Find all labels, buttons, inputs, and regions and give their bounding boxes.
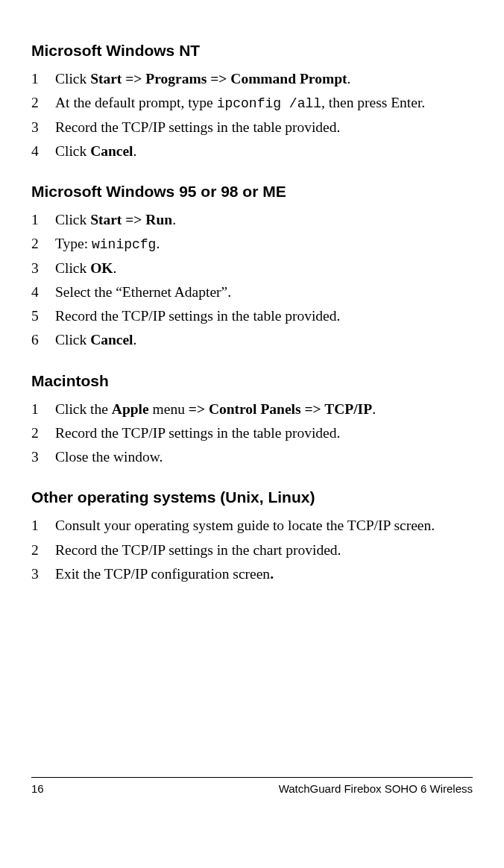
step-number: 3 [31,258,55,279]
list-item: 3Exit the TCP/IP configuration screen. [31,564,473,585]
step-body: Click OK. [55,258,473,279]
steps-list: 1Click Start => Programs => Command Prom… [31,69,473,162]
step-body: Click Cancel. [55,141,473,162]
text-run: Record the TCP/IP settings in the table … [55,425,340,441]
list-item: 1Click the Apple menu => Control Panels … [31,399,473,420]
text-run: Control Panels [205,401,304,417]
step-number: 2 [31,540,55,561]
text-run: . [270,566,274,582]
text-run: Start [90,71,125,87]
text-run: Apple [112,401,149,417]
steps-list: 1Click the Apple menu => Control Panels … [31,399,473,468]
page-content: Microsoft Windows NT1Click Start => Prog… [31,42,473,585]
step-body: Record the TCP/IP settings in the table … [55,306,473,327]
text-run: Record the TCP/IP settings in the table … [55,308,340,324]
step-number: 3 [31,564,55,585]
list-item: 2Type: winipcfg. [31,233,473,254]
step-number: 1 [31,69,55,89]
step-number: 2 [31,233,55,254]
step-body: Consult your operating system guide to l… [55,515,473,536]
step-number: 6 [31,330,55,350]
step-number: 5 [31,306,55,327]
step-number: 4 [31,141,55,162]
text-run: OK [90,260,113,276]
list-item: 3Close the window. [31,447,473,468]
step-body: Close the window. [55,447,473,468]
text-run: winipcfg [92,237,156,252]
list-item: 3Click OK. [31,258,473,279]
text-run: Record the TCP/IP settings in the chart … [55,542,341,558]
text-run: Programs [142,71,210,87]
text-run: Select the “Ethernet Adapter”. [55,284,231,300]
document-page: Microsoft Windows NT1Click Start => Prog… [0,0,504,868]
text-run: Click [55,332,90,347]
list-item: 1Click Start => Run. [31,210,473,230]
text-run: . [172,212,176,227]
text-run: Close the window. [55,449,163,465]
section-heading: Macintosh [31,372,473,390]
step-body: Click Cancel. [55,330,473,350]
text-run: At the default prompt, type [55,95,217,110]
text-run: . [372,401,376,417]
text-run: => [189,401,205,417]
section-heading: Microsoft Windows NT [31,42,473,60]
text-run: TCP/IP [321,401,372,417]
text-run: => [210,71,227,87]
footer-title: WatchGuard Firebox SOHO 6 Wireless [279,782,473,795]
text-run: . [156,236,160,251]
page-footer: 16 WatchGuard Firebox SOHO 6 Wireless [31,777,473,795]
step-number: 2 [31,92,55,113]
steps-list: 1Click Start => Run.2Type: winipcfg.3Cli… [31,210,473,351]
text-run: Cancel [90,332,133,347]
step-number: 4 [31,282,55,303]
text-run: => [304,401,321,417]
text-run: . [133,332,137,347]
page-number: 16 [31,782,44,795]
text-run: menu [149,401,189,417]
step-number: 2 [31,423,55,444]
list-item: 6Click Cancel. [31,330,473,350]
step-body: Record the TCP/IP settings in the table … [55,117,473,138]
list-item: 1Click Start => Programs => Command Prom… [31,69,473,89]
list-item: 3Record the TCP/IP settings in the table… [31,117,473,138]
list-item: 5Record the TCP/IP settings in the table… [31,306,473,327]
text-run: Record the TCP/IP settings in the table … [55,119,340,135]
list-item: 4Select the “Ethernet Adapter”. [31,282,473,303]
text-run: Click the [55,401,112,417]
step-body: Click the Apple menu => Control Panels =… [55,399,473,420]
section-heading: Microsoft Windows 95 or 98 or ME [31,183,473,201]
step-number: 1 [31,399,55,420]
step-body: Record the TCP/IP settings in the table … [55,423,473,444]
text-run: Click [55,260,90,276]
step-body: At the default prompt, type ipconfig /al… [55,92,473,113]
text-run: Command Prompt [227,71,347,87]
text-run: . [133,143,137,159]
step-number: 1 [31,210,55,230]
text-run: Click [55,71,90,87]
text-run: Click [55,143,90,159]
list-item: 2At the default prompt, type ipconfig /a… [31,92,473,113]
steps-list: 1Consult your operating system guide to … [31,515,473,585]
step-body: Record the TCP/IP settings in the chart … [55,540,473,561]
list-item: 4Click Cancel. [31,141,473,162]
text-run: ipconfig /all [217,96,321,111]
step-body: Click Start => Run. [55,210,473,230]
text-run: . [347,71,350,87]
text-run: , then press Enter. [321,95,425,110]
text-run: => [125,212,142,227]
text-run: Exit the TCP/IP configuration screen [55,566,270,582]
text-run: Start [90,212,125,227]
text-run: => [125,71,142,87]
step-number: 3 [31,447,55,468]
text-run: Click [55,212,90,227]
step-number: 1 [31,515,55,536]
text-run: Consult your operating system guide to l… [55,518,435,533]
section-heading: Other operating systems (Unix, Linux) [31,488,473,506]
list-item: 2Record the TCP/IP settings in the table… [31,423,473,444]
text-run: Run [142,212,172,227]
text-run: Type: [55,236,92,251]
text-run: Cancel [90,143,133,159]
step-number: 3 [31,117,55,138]
list-item: 1Consult your operating system guide to … [31,515,473,536]
text-run: . [113,260,116,276]
